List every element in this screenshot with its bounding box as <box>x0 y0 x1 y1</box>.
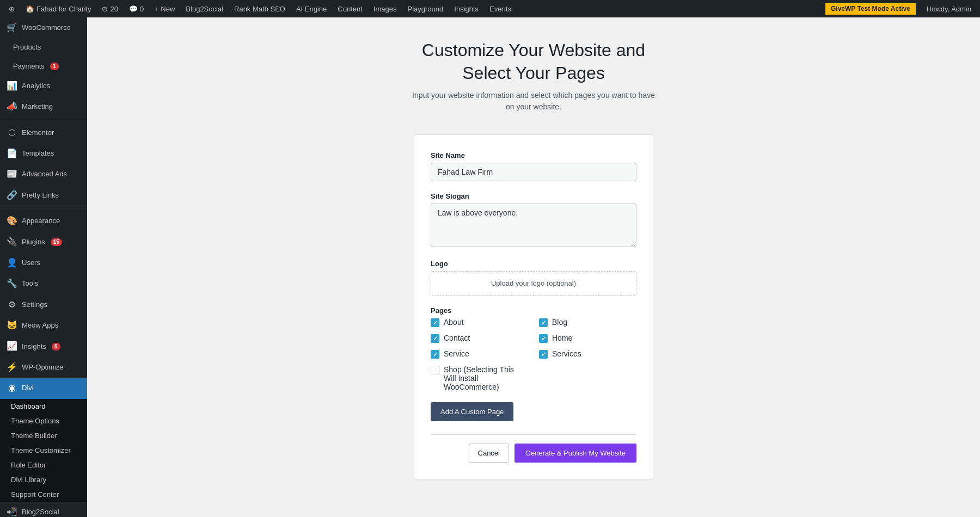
appearance-icon: 🎨 <box>7 215 17 227</box>
divi-submenu: Dashboard Theme Options Theme Builder Th… <box>0 399 87 502</box>
main-content: Customize Your Website andSelect Your Pa… <box>87 17 980 517</box>
page-checkbox-item: ✓Contact <box>431 334 528 343</box>
pages-group: Pages ✓About✓Blog✓Contact✓Home✓Service✓S… <box>431 306 636 421</box>
users-icon: 👤 <box>7 257 17 269</box>
sidebar-item-divi[interactable]: ◉ Divi <box>0 378 87 398</box>
sidebar-item-wp-optimize[interactable]: ⚡ WP-Optimize <box>0 357 87 378</box>
sidebar-item-products[interactable]: Products <box>0 38 87 57</box>
sidebar-item-payments[interactable]: Payments 1 <box>0 57 87 76</box>
check-icon: ✓ <box>433 335 438 342</box>
insights-icon: 📈 <box>7 340 17 352</box>
tools-icon: 🔧 <box>7 278 17 290</box>
sidebar-sub-theme-options[interactable]: Theme Options <box>0 414 87 428</box>
generate-button[interactable]: Generate & Publish My Website <box>514 444 636 463</box>
templates-icon: 📄 <box>7 147 17 159</box>
admin-bar-howdy[interactable]: Howdy, Admin <box>922 5 976 13</box>
admin-bar-insights[interactable]: Insights <box>450 0 483 17</box>
admin-bar-images[interactable]: Images <box>369 0 401 17</box>
form-card: Site Name Site Slogan Logo Upload your l… <box>414 134 653 479</box>
admin-bar-site-name[interactable]: 🏠 Fahad for Charity <box>21 0 95 17</box>
elementor-icon: ⬡ <box>7 127 17 139</box>
sidebar-item-marketing[interactable]: 📣 Marketing <box>0 96 87 117</box>
sidebar-item-pretty-links[interactable]: 🔗 Pretty Links <box>0 185 87 206</box>
sidebar-sub-support-center[interactable]: Support Center <box>0 487 87 502</box>
divi-icon: ◉ <box>7 382 17 394</box>
page-checkbox-contact[interactable]: ✓ <box>431 334 439 343</box>
page-checkbox-service[interactable]: ✓ <box>431 350 439 359</box>
updates-icon: ⊙ <box>102 5 108 13</box>
settings-icon: ⚙ <box>7 299 17 311</box>
admin-bar-content[interactable]: Content <box>333 0 367 17</box>
page-checkbox-item: ✓Service <box>431 349 528 359</box>
sidebar-item-blog2social[interactable]: 📲 Blog2Social <box>0 502 87 517</box>
sidebar-item-appearance[interactable]: 🎨 Appearance <box>0 211 87 231</box>
check-icon: ✓ <box>433 351 438 358</box>
admin-bar-aiengine[interactable]: AI Engine <box>292 0 331 17</box>
page-label: Blog <box>552 318 567 327</box>
sidebar-item-tools[interactable]: 🔧 Tools <box>0 273 87 294</box>
sidebar-item-elementor[interactable]: ⬡ Elementor <box>0 122 87 143</box>
marketing-icon: 📣 <box>7 101 17 113</box>
sidebar-sub-divi-library[interactable]: Divi Library <box>0 472 87 487</box>
sidebar-item-analytics[interactable]: 📊 Analytics <box>0 76 87 96</box>
woocommerce-icon: 🛒 <box>7 22 17 34</box>
wp-icon: ⊕ <box>9 5 15 13</box>
sidebar-sub-role-editor[interactable]: Role Editor <box>0 458 87 472</box>
pretty-links-icon: 🔗 <box>7 189 17 201</box>
page-checkbox-about[interactable]: ✓ <box>431 318 439 327</box>
admin-bar-playground[interactable]: Playground <box>403 0 448 17</box>
logo-label: Logo <box>431 260 636 268</box>
page-checkbox-services[interactable]: ✓ <box>539 350 548 359</box>
page-title: Customize Your Website andSelect Your Pa… <box>412 39 655 84</box>
check-icon: ✓ <box>541 319 546 327</box>
admin-bar-events[interactable]: Events <box>485 0 516 17</box>
admin-bar-updates[interactable]: ⊙ 20 <box>97 0 122 17</box>
admin-bar-comments[interactable]: 💬 0 <box>125 0 148 17</box>
sidebar-item-settings[interactable]: ⚙ Settings <box>0 294 87 315</box>
site-slogan-input[interactable] <box>431 204 636 247</box>
page-label: Services <box>552 349 581 358</box>
sidebar-item-plugins[interactable]: 🔌 Plugins 15 <box>0 232 87 253</box>
admin-bar-new[interactable]: + New <box>150 0 179 17</box>
site-name-label: Site Name <box>431 151 636 159</box>
admin-bar: ⊕ 🏠 Fahad for Charity ⊙ 20 💬 0 + New Blo… <box>0 0 980 17</box>
sidebar-item-meow-apps[interactable]: 🐱 Meow Apps <box>0 315 87 336</box>
plugins-icon: 🔌 <box>7 236 17 248</box>
site-slogan-label: Site Slogan <box>431 192 636 200</box>
page-checkbox-item: ✓Services <box>539 349 636 359</box>
admin-bar-rankmath[interactable]: Rank Math SEO <box>230 0 290 17</box>
blog2social-icon: 📲 <box>7 506 17 517</box>
site-name-input[interactable] <box>431 163 636 181</box>
sidebar-sub-dashboard[interactable]: Dashboard <box>0 399 87 414</box>
analytics-icon: 📊 <box>7 80 17 92</box>
page-checkbox-shopselectingthiswillinstallwoocommerce[interactable] <box>431 366 439 374</box>
check-icon: ✓ <box>433 319 438 327</box>
advanced-ads-icon: 📰 <box>7 168 17 180</box>
payments-badge: 1 <box>50 63 59 70</box>
page-checkbox-item: ✓About <box>431 318 528 327</box>
admin-bar-wp-icon[interactable]: ⊕ <box>4 0 19 17</box>
page-checkbox-item: Shop (Selecting This Will Install WooCom… <box>431 365 528 391</box>
sidebar-item-woocommerce[interactable]: 🛒 WooCommerce <box>0 17 87 38</box>
page-label: Home <box>552 334 572 342</box>
sidebar-sub-theme-builder[interactable]: Theme Builder <box>0 428 87 443</box>
sidebar-item-templates[interactable]: 📄 Templates <box>0 143 87 164</box>
meow-apps-icon: 🐱 <box>7 319 17 331</box>
wp-optimize-icon: ⚡ <box>7 361 17 373</box>
page-heading: Customize Your Website andSelect Your Pa… <box>412 39 655 113</box>
givewp-badge[interactable]: GiveWP Test Mode Active <box>825 3 916 15</box>
sidebar-item-users[interactable]: 👤 Users <box>0 253 87 273</box>
cancel-button[interactable]: Cancel <box>469 444 509 463</box>
check-icon: ✓ <box>541 351 546 358</box>
admin-bar-blog2social[interactable]: Blog2Social <box>181 0 228 17</box>
page-label: About <box>444 318 464 327</box>
logo-upload-area[interactable]: Upload your logo (optional) <box>431 271 636 296</box>
sidebar: 🛒 WooCommerce Products Payments 1 📊 Anal… <box>0 17 87 517</box>
page-checkbox-home[interactable]: ✓ <box>539 334 548 343</box>
sidebar-item-insights[interactable]: 📈 Insights 5 <box>0 336 87 356</box>
add-custom-page-button[interactable]: Add A Custom Page <box>431 402 513 421</box>
page-checkbox-item: ✓Home <box>539 334 636 343</box>
sidebar-item-advanced-ads[interactable]: 📰 Advanced Ads <box>0 164 87 184</box>
page-checkbox-blog[interactable]: ✓ <box>539 318 548 327</box>
sidebar-sub-theme-customizer[interactable]: Theme Customizer <box>0 443 87 458</box>
